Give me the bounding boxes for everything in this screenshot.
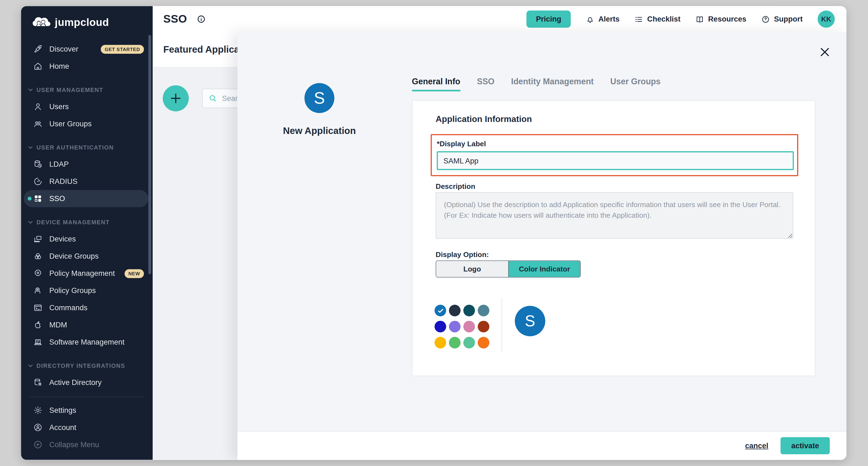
- sidebar-item-user-groups[interactable]: User Groups: [24, 115, 148, 132]
- sidebar-item-label: Device Groups: [49, 252, 99, 260]
- sidebar-item-label: Users: [49, 103, 69, 111]
- description-textarea[interactable]: [436, 192, 793, 239]
- sidebar-item-label: Collapse Menu: [49, 440, 99, 448]
- modal-tabs: General Info SSO Identity Management Use…: [412, 77, 660, 91]
- display-label-highlight: *Display Label: [431, 134, 798, 176]
- new-badge: NEW: [125, 269, 144, 278]
- sso-grid-icon: [33, 194, 43, 204]
- sidebar-item-collapse-menu[interactable]: Collapse Menu: [24, 436, 148, 453]
- color-swatch[interactable]: [435, 321, 446, 332]
- alerts-label: Alerts: [598, 15, 620, 23]
- checklist-icon: [634, 15, 643, 24]
- modal-footer: cancel activate: [238, 431, 846, 460]
- color-swatch[interactable]: [463, 305, 475, 317]
- account-icon: [33, 423, 43, 432]
- sidebar-item-label: MDM: [49, 321, 67, 329]
- display-label-label: *Display Label: [437, 140, 486, 148]
- section-title: USER AUTHENTICATION: [36, 144, 114, 151]
- resources-label: Resources: [708, 15, 746, 23]
- display-option-toggle: Logo Color Indicator: [436, 260, 581, 278]
- support-link[interactable]: Support: [762, 15, 803, 24]
- sidebar-item-label: Software Management: [49, 338, 125, 346]
- info-icon[interactable]: [196, 14, 206, 24]
- sidebar-item-discover[interactable]: Discover GET STARTED: [24, 40, 148, 58]
- close-icon[interactable]: [819, 46, 831, 58]
- sidebar-item-home[interactable]: Home: [24, 58, 148, 75]
- display-label-input[interactable]: [437, 151, 794, 170]
- radius-radar-icon: [33, 177, 43, 186]
- logo-option-button[interactable]: Logo: [436, 261, 508, 277]
- alerts-link[interactable]: Alerts: [586, 15, 619, 24]
- color-preview-circle: S: [515, 306, 545, 337]
- card-title: Application Information: [436, 114, 532, 124]
- section-user-management[interactable]: USER MANAGEMENT: [21, 81, 153, 98]
- section-device-management[interactable]: DEVICE MANAGEMENT: [21, 214, 153, 231]
- devices-icon: [33, 234, 43, 244]
- pricing-button[interactable]: Pricing: [526, 11, 570, 28]
- bell-icon: [586, 15, 594, 24]
- sidebar-item-commands[interactable]: Commands: [24, 299, 148, 317]
- color-indicator-option-button[interactable]: Color Indicator: [508, 261, 580, 277]
- question-circle-icon: [762, 15, 770, 24]
- color-swatch-selected[interactable]: [435, 305, 446, 317]
- display-option-label: Display Option:: [436, 251, 489, 259]
- rocket-icon: [33, 44, 43, 54]
- sidebar-item-policy-groups[interactable]: Policy Groups: [24, 282, 148, 299]
- tab-user-groups[interactable]: User Groups: [610, 77, 660, 91]
- sidebar-divider: [30, 397, 144, 397]
- color-swatch[interactable]: [477, 305, 489, 317]
- activate-button[interactable]: activate: [780, 437, 830, 454]
- cancel-link[interactable]: cancel: [745, 441, 768, 449]
- color-swatch[interactable]: [463, 321, 475, 332]
- chevron-down-icon: [28, 363, 33, 368]
- sidebar-item-ldap[interactable]: LDAP: [24, 156, 148, 173]
- color-swatch[interactable]: [463, 337, 475, 349]
- user-group-icon: [33, 119, 43, 129]
- jumpcloud-logo[interactable]: jumpcloud: [21, 6, 153, 36]
- section-title: USER MANAGEMENT: [36, 86, 103, 93]
- avatar[interactable]: KK: [817, 11, 835, 28]
- checklist-link[interactable]: Checklist: [634, 15, 680, 24]
- sidebar-item-label: Policy Management: [49, 269, 115, 278]
- device-groups-icon: [33, 251, 43, 261]
- sidebar-item-sso[interactable]: SSO: [24, 190, 148, 207]
- section-directory-integrations[interactable]: DIRECTORY INTEGRATIONS: [21, 357, 153, 374]
- sidebar-item-users[interactable]: Users: [24, 98, 148, 115]
- main-area: SSO Pricing Alerts Checklist: [153, 6, 846, 460]
- section-user-authentication[interactable]: USER AUTHENTICATION: [21, 139, 153, 156]
- sidebar-item-mdm[interactable]: MDM: [24, 316, 148, 333]
- add-application-button[interactable]: [163, 85, 189, 111]
- brand-name: jumpcloud: [55, 17, 109, 29]
- tab-sso[interactable]: SSO: [477, 77, 494, 91]
- application-information-card: Application Information *Display Label D…: [412, 100, 815, 376]
- home-icon: [33, 61, 43, 71]
- sidebar-item-policy-management[interactable]: Policy Management NEW: [24, 265, 148, 282]
- plus-icon: [169, 92, 182, 105]
- color-swatch[interactable]: [435, 337, 446, 349]
- jumpcloud-cloud-icon: [32, 15, 51, 31]
- sidebar-scrollbar[interactable]: [148, 35, 151, 274]
- collapse-arrow-icon: [33, 440, 43, 449]
- color-swatch[interactable]: [449, 305, 461, 317]
- color-swatch[interactable]: [449, 337, 461, 349]
- sidebar-item-radius[interactable]: RADIUS: [24, 173, 148, 190]
- policy-groups-icon: [33, 286, 43, 296]
- tab-identity-management[interactable]: Identity Management: [511, 77, 594, 91]
- color-swatch[interactable]: [477, 337, 489, 349]
- sidebar-item-label: Discover: [49, 45, 79, 53]
- sidebar-item-active-directory[interactable]: Active Directory: [24, 374, 148, 391]
- sidebar-item-software-management[interactable]: Software Management: [24, 333, 148, 351]
- sidebar-item-devices[interactable]: Devices: [24, 231, 148, 248]
- sidebar-item-label: Account: [49, 423, 76, 431]
- sidebar-item-label: LDAP: [49, 160, 69, 168]
- section-title: DEVICE MANAGEMENT: [36, 219, 110, 225]
- application-summary: S New Application: [258, 32, 380, 137]
- database-clock-icon: [33, 159, 43, 169]
- color-swatch[interactable]: [449, 321, 461, 332]
- resources-link[interactable]: Resources: [695, 15, 746, 24]
- sidebar-item-account[interactable]: Account: [24, 419, 148, 436]
- sidebar-item-device-groups[interactable]: Device Groups: [24, 248, 148, 265]
- tab-general-info[interactable]: General Info: [412, 77, 460, 91]
- sidebar-item-settings[interactable]: Settings: [24, 402, 148, 419]
- color-swatch[interactable]: [477, 321, 489, 332]
